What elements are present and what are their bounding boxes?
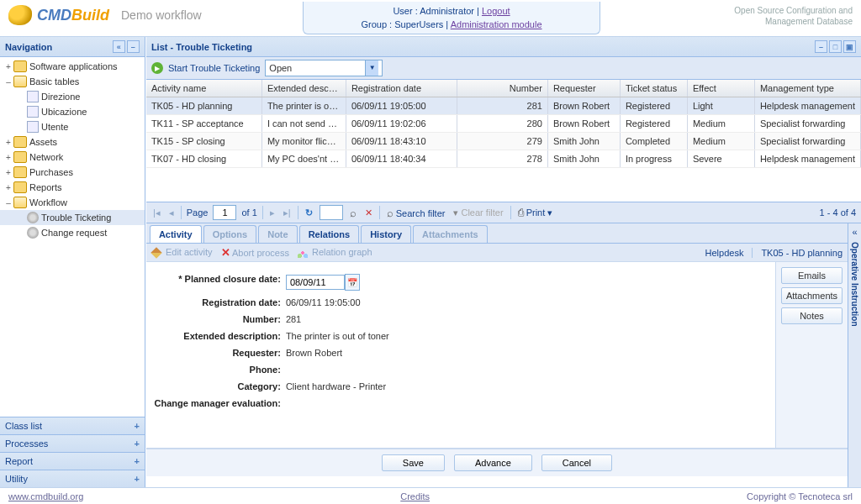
pager-summary: 1 - 4 of 4: [820, 207, 856, 218]
play-icon[interactable]: ▶: [151, 62, 163, 74]
notes-button[interactable]: Notes: [781, 307, 843, 324]
col-req[interactable]: Requester: [548, 80, 621, 97]
page-last-icon[interactable]: ▸|: [282, 207, 293, 218]
cancel-button[interactable]: Cancel: [541, 454, 612, 471]
page-prev-icon[interactable]: ◂: [167, 207, 176, 218]
logout-link[interactable]: Logout: [482, 6, 510, 16]
gear-icon: [27, 212, 39, 223]
logo-area: CMDBuild Demo workflow: [0, 0, 311, 30]
accordion-report[interactable]: Report+: [0, 452, 145, 470]
search-icon[interactable]: [348, 207, 358, 219]
table-row[interactable]: TK07 - HD closingMy PC does'nt turn o06/…: [146, 150, 861, 168]
top-bar: CMDBuild Demo workflow User : Administra…: [0, 0, 861, 37]
detail-tabs: Activity Options Note Relations History …: [146, 223, 848, 244]
accordion-utility[interactable]: Utility+: [0, 470, 145, 487]
accordion-processes[interactable]: Processes+: [0, 434, 145, 452]
logo-icon: [8, 5, 32, 25]
tab-note[interactable]: Note: [258, 225, 297, 243]
tree-node-change-request[interactable]: Change request: [0, 225, 145, 240]
demo-label: Demo workflow: [121, 8, 202, 22]
col-stat[interactable]: Ticket status: [621, 80, 688, 97]
tree-node-assets[interactable]: +Assets: [0, 134, 145, 150]
tree-node-network[interactable]: +Network: [0, 150, 145, 165]
col-reg[interactable]: Registration date: [346, 80, 457, 97]
breadcrumb: HelpdeskTK05 - HD planning: [697, 248, 843, 258]
tree-node-workflow[interactable]: –Workflow: [0, 195, 145, 210]
col-num[interactable]: Number: [457, 80, 548, 97]
footer-url[interactable]: www.cmdbuild.org: [8, 491, 83, 501]
col-mgt[interactable]: Management type: [755, 80, 861, 97]
state-combo[interactable]: Open▼: [265, 60, 383, 76]
content-area: List - Trouble Ticketing – □ ▣ ▶ Start T…: [145, 37, 861, 487]
tree-node-purchases[interactable]: +Purchases: [0, 165, 145, 180]
emails-button[interactable]: Emails: [781, 267, 843, 284]
tree-node-utente[interactable]: Utente: [0, 119, 145, 134]
refresh-icon[interactable]: [304, 207, 314, 218]
tagline: Open Source Configuration andManagement …: [600, 0, 861, 32]
chevron-down-icon[interactable]: ▼: [365, 60, 378, 76]
tab-history[interactable]: History: [361, 225, 411, 243]
calendar-icon[interactable]: 📅: [345, 274, 360, 291]
col-activity[interactable]: Activity name: [146, 80, 262, 97]
attachments-button[interactable]: Attachments: [781, 287, 843, 304]
page-first-icon[interactable]: |◂: [151, 207, 162, 218]
tree-node-reports[interactable]: +Reports: [0, 180, 145, 195]
restore-icon[interactable]: □: [829, 40, 842, 53]
tab-options[interactable]: Options: [203, 225, 257, 243]
advance-button[interactable]: Advance: [454, 454, 532, 471]
tab-attachments[interactable]: Attachments: [413, 225, 488, 243]
accordion-class-list[interactable]: Class list+: [0, 417, 145, 434]
grid-header: Activity name Extended description Regis…: [146, 80, 861, 97]
tab-activity[interactable]: Activity: [150, 225, 202, 243]
save-button[interactable]: Save: [382, 454, 445, 471]
activity-form: * Planned closure date:📅 Registration da…: [146, 262, 775, 448]
clear-filter-button[interactable]: Clear filter: [452, 207, 504, 218]
search-input[interactable]: [320, 205, 343, 220]
logo-text: CMDBuild: [37, 7, 109, 24]
x-icon: ✕: [221, 246, 230, 259]
navigation-panel: Navigation « – +Software applications –B…: [0, 37, 145, 487]
search-filter-button[interactable]: Search filter: [385, 207, 447, 219]
clear-search-icon[interactable]: ✕: [363, 207, 374, 218]
list-toolbar: ▶ Start Trouble Ticketing Open▼: [146, 57, 861, 80]
edit-activity-button[interactable]: Edit activity: [151, 247, 213, 258]
table-row[interactable]: TK05 - HD planningThe printer is out of0…: [146, 97, 861, 115]
detail-toolbar: Edit activity ✕ Abort process Relation g…: [146, 244, 848, 262]
col-eff[interactable]: Effect: [688, 80, 755, 97]
tab-relations[interactable]: Relations: [299, 225, 360, 243]
minimize-icon[interactable]: –: [815, 40, 827, 53]
relation-graph-button[interactable]: Relation graph: [298, 247, 372, 258]
planned-date-input[interactable]: [286, 275, 345, 290]
page-input[interactable]: [213, 205, 236, 220]
tree-node-basic-tables[interactable]: –Basic tables: [0, 74, 145, 89]
collapse-left-icon[interactable]: «: [113, 40, 125, 53]
credits-link[interactable]: Credits: [400, 491, 430, 501]
maximize-icon[interactable]: ▣: [843, 40, 856, 53]
pencil-icon: [151, 247, 162, 259]
right-panel-collapsed[interactable]: « Operative Instruction: [848, 223, 861, 487]
list-header: List - Trouble Ticketing – □ ▣: [146, 37, 861, 57]
side-buttons: Emails Attachments Notes: [775, 262, 848, 448]
nav-header: Navigation « –: [0, 37, 145, 57]
col-ext[interactable]: Extended description: [262, 80, 346, 97]
abort-process-button[interactable]: ✕ Abort process: [221, 246, 289, 259]
form-actions: Save Advance Cancel: [146, 449, 848, 476]
pager: |◂ ◂ Page of 1 ▸ ▸| ✕ Search filter Clea…: [146, 202, 861, 223]
ticket-grid: Activity name Extended description Regis…: [146, 80, 861, 202]
nav-tree: +Software applications –Basic tables Dir…: [0, 57, 145, 417]
page-next-icon[interactable]: ▸: [268, 207, 277, 218]
tree-node-direzione[interactable]: Direzione: [0, 89, 145, 104]
admin-module-link[interactable]: Administration module: [451, 19, 542, 29]
print-button[interactable]: Print ▾: [516, 207, 555, 218]
start-ticketing-button[interactable]: Start Trouble Ticketing: [168, 63, 260, 73]
expand-left-icon[interactable]: «: [852, 227, 857, 237]
table-row[interactable]: TK11 - SP acceptanceI can not send mail …: [146, 115, 861, 133]
tree-node-ubicazione[interactable]: Ubicazione: [0, 104, 145, 119]
gear-icon: [27, 227, 39, 239]
table-row[interactable]: TK15 - SP closingMy monitor flickers06/0…: [146, 133, 861, 150]
tree-node-trouble-ticketing[interactable]: Trouble Ticketing: [0, 210, 145, 225]
graph-icon: [298, 248, 308, 258]
tree-node-software[interactable]: +Software applications: [0, 59, 145, 74]
footer: www.cmdbuild.org Credits Copyright © Tec…: [0, 487, 861, 504]
minimize-icon[interactable]: –: [127, 40, 140, 53]
